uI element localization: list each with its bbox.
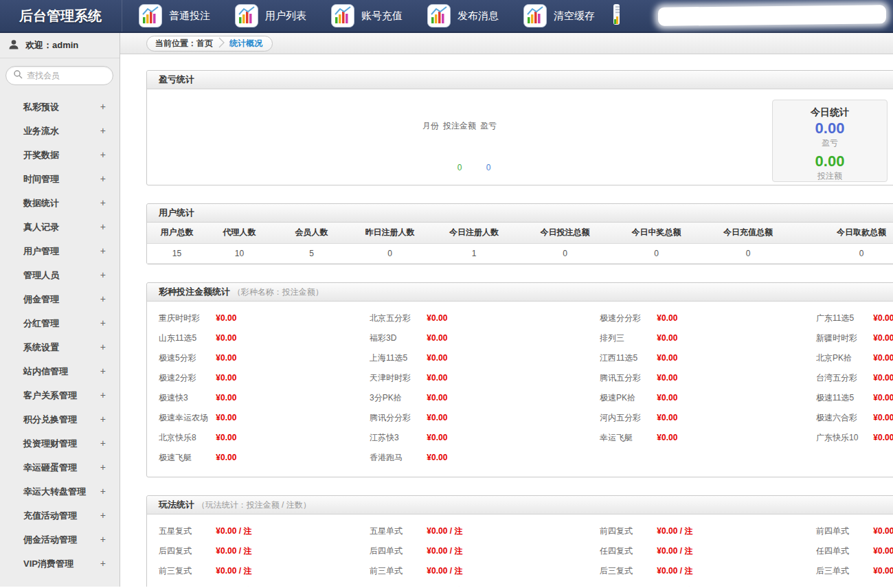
play-amount-value: ¥0.00 / 注: [873, 566, 893, 576]
breadcrumb-location[interactable]: 当前位置：首页: [147, 38, 217, 49]
play-name: 后四复式: [159, 541, 214, 561]
sidebar-menu-item[interactable]: 业务流水 +: [0, 119, 120, 143]
lottery-amount-subtitle: （彩种名称：投注金额）: [233, 287, 324, 297]
lottery-stat-cell: 北京PK拾 ¥0.00: [804, 348, 893, 368]
play-amount-value: ¥0.00 / 注: [216, 586, 251, 587]
search-input[interactable]: [27, 71, 102, 80]
lottery-name: 北京五分彩: [370, 308, 425, 328]
lottery-name: 江西11选5: [600, 348, 655, 368]
lottery-amount-value: ¥0.00: [427, 353, 447, 363]
breadcrumb: 当前位置：首页 统计概况: [146, 36, 273, 52]
lottery-stat-cell: 天津时时彩 ¥0.00: [358, 368, 588, 388]
content: 盈亏统计 月份 投注金额 盈亏: [120, 54, 893, 587]
nav-menu-item-label: 普通投注: [169, 10, 210, 23]
nav-menu-item[interactable]: 发布消息: [419, 0, 507, 32]
play-amount-value: ¥0.00 / 注: [657, 526, 692, 536]
member-search-box[interactable]: [5, 66, 113, 85]
lottery-name: 河内五分彩: [600, 408, 655, 428]
expand-plus-icon[interactable]: +: [100, 528, 106, 552]
user-stats-panel: 用户统计 用户总数 代理人数 会员人数 昨日注册人数 今日注册人数: [146, 203, 893, 264]
play-name: 前三组六: [816, 581, 871, 587]
expand-plus-icon[interactable]: +: [100, 119, 106, 143]
sidebar-menu-item[interactable]: 幸运砸蛋管理 +: [0, 455, 120, 479]
sidebar-menu-item-label: 开奖数据: [23, 143, 59, 167]
expand-plus-icon[interactable]: +: [100, 239, 106, 263]
lottery-amount-value: ¥0.00: [873, 353, 893, 363]
expand-plus-icon[interactable]: +: [100, 311, 106, 335]
expand-plus-icon[interactable]: +: [100, 504, 106, 528]
lottery-amount-header: 彩种投注金额统计 （彩种名称：投注金额）: [147, 283, 893, 302]
expand-plus-icon[interactable]: +: [100, 552, 106, 576]
expand-plus-icon[interactable]: +: [100, 263, 106, 287]
lottery-stat-cell: 香港跑马 ¥0.00: [358, 448, 588, 468]
expand-plus-icon[interactable]: +: [100, 167, 106, 191]
breadcrumb-current[interactable]: 统计概况: [225, 38, 272, 49]
lottery-stat-cell: 台湾五分彩 ¥0.00: [804, 368, 893, 388]
user-stats-value: 0: [351, 243, 429, 263]
sidebar-menu-item[interactable]: 投资理财管理 +: [0, 431, 120, 455]
sidebar-menu-item[interactable]: 管理人员 +: [0, 263, 120, 287]
user-stats-value: 15: [147, 243, 207, 263]
expand-plus-icon[interactable]: +: [100, 215, 106, 239]
sidebar-menu-item-label: 投资理财管理: [23, 431, 77, 455]
nav-menu-item[interactable]: 普通投注: [131, 0, 218, 32]
expand-plus-icon[interactable]: +: [100, 359, 106, 383]
expand-plus-icon[interactable]: +: [100, 191, 106, 215]
expand-plus-icon[interactable]: +: [100, 143, 106, 167]
bar-chart-icon: [427, 4, 451, 27]
lottery-amount-value: ¥0.00: [216, 313, 236, 323]
lottery-name: 广东快乐10: [816, 428, 871, 448]
nav-menu-item[interactable]: 清空缓存: [515, 0, 603, 32]
sidebar-menu-item[interactable]: 幸运大转盘管理 +: [0, 479, 120, 504]
sidebar-menu-item[interactable]: 私彩预设 +: [0, 95, 120, 119]
sidebar-menu-item[interactable]: 分红管理 +: [0, 311, 120, 335]
sidebar-menu-item[interactable]: VIP消费管理 +: [0, 552, 120, 576]
sidebar-menu-item[interactable]: 佣金管理 +: [0, 287, 120, 311]
play-amount-value: ¥0.00 / 注: [657, 566, 692, 576]
user-stats-column-header: 用户总数: [147, 223, 207, 243]
play-grid: 五星复式 ¥0.00 / 注 五星单式 ¥0.00 / 注 前四复式 ¥0.00…: [147, 514, 893, 587]
lottery-stat-cell: 幸运飞艇 ¥0.00: [588, 428, 804, 448]
sidebar-menu-item[interactable]: 站内信管理 +: [0, 359, 120, 383]
sidebar-menu-item[interactable]: 系统设置 +: [0, 335, 120, 359]
lottery-stat-cell: 江苏快3 ¥0.00: [358, 428, 588, 448]
expand-plus-icon[interactable]: +: [100, 479, 106, 504]
sidebar: 欢迎：admin 私彩预设 + 业务: [0, 33, 120, 587]
expand-plus-icon[interactable]: +: [100, 383, 106, 407]
play-name: 五星复式: [159, 521, 214, 541]
play-stats-subtitle: （玩法统计：投注金额 / 注数）: [197, 500, 311, 510]
sidebar-menu-item[interactable]: 用户管理 +: [0, 239, 120, 263]
sidebar-menu-item[interactable]: 时间管理 +: [0, 167, 120, 191]
lottery-stat-cell: 福彩3D ¥0.00: [358, 328, 588, 348]
expand-plus-icon[interactable]: +: [100, 95, 106, 119]
nav-menu-item[interactable]: 账号充值: [323, 0, 411, 32]
lottery-stat-cell: 极速飞艇 ¥0.00: [147, 448, 358, 468]
lottery-stat-cell: 北京快乐8 ¥0.00: [147, 428, 358, 448]
today-bet-label: 投注额: [773, 170, 887, 182]
play-amount-value: ¥0.00 / 注: [427, 546, 462, 556]
sidebar-menu-item[interactable]: 佣金活动管理 +: [0, 528, 120, 552]
play-amount-value: ¥0.00 / 注: [873, 586, 893, 587]
sidebar-menu-item[interactable]: 客户关系管理 +: [0, 383, 120, 407]
sidebar-menu-item[interactable]: 开奖数据 +: [0, 143, 120, 167]
lottery-amount-value: ¥0.00: [657, 433, 677, 442]
play-stat-cell: 任三单式 ¥0.00 / 注: [358, 581, 588, 587]
sidebar-menu: 私彩预设 + 业务流水 + 开奖数据 + 时间管理 +: [0, 91, 120, 576]
expand-plus-icon[interactable]: +: [100, 287, 106, 311]
lottery-name: 天津时时彩: [370, 368, 425, 388]
expand-plus-icon[interactable]: +: [100, 431, 106, 455]
nav-menu-item[interactable]: 用户列表: [227, 0, 315, 32]
sidebar-menu-item[interactable]: 真人记录 +: [0, 215, 120, 239]
sidebar-menu-item[interactable]: 充值活动管理 +: [0, 504, 120, 528]
lottery-name: 极速5分彩: [159, 348, 214, 368]
expand-plus-icon[interactable]: +: [100, 407, 106, 431]
sidebar-menu-item-label: 数据统计: [23, 191, 59, 215]
lottery-stat-cell: 腾讯五分彩 ¥0.00: [588, 368, 804, 388]
expand-plus-icon[interactable]: +: [100, 455, 106, 479]
profit-panel: 盈亏统计 月份 投注金额 盈亏: [146, 70, 893, 185]
lottery-stat-cell: 极速5分彩 ¥0.00: [147, 348, 358, 368]
sidebar-menu-item[interactable]: 数据统计 +: [0, 191, 120, 215]
search-area: [0, 58, 120, 91]
sidebar-menu-item[interactable]: 积分兑换管理 +: [0, 407, 120, 431]
expand-plus-icon[interactable]: +: [100, 335, 106, 359]
